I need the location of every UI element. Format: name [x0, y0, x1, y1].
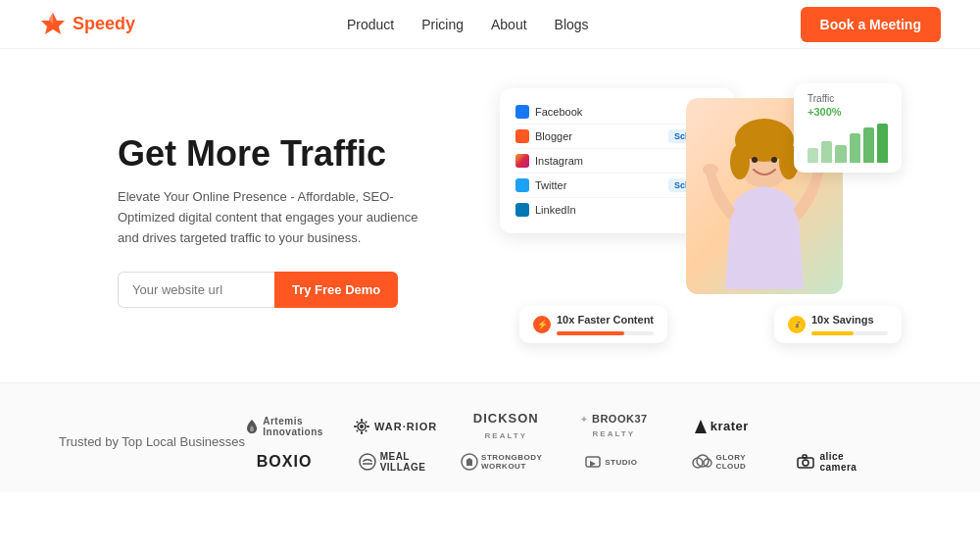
svg-rect-16 [365, 421, 368, 424]
traffic-bar-chart [808, 124, 888, 163]
svg-rect-13 [367, 426, 369, 427]
warrior-gear-icon [353, 418, 370, 435]
dickson-text: DICKSONREALTY [473, 411, 539, 441]
logos-row-2: BOXIO MEALVILLAGE STRONGBODYWORKOUT [245, 451, 921, 473]
brook37-text: ✦ BROOK37REALTY [580, 413, 648, 438]
savings-label: 10x Savings [811, 314, 874, 326]
nav-product[interactable]: Product [347, 17, 394, 32]
svg-rect-11 [361, 431, 363, 434]
alice-camera-logo: alicecamera [787, 451, 865, 473]
linkedin-label: LinkedIn [535, 204, 576, 216]
bar-2 [821, 141, 832, 163]
instagram-icon [515, 154, 529, 168]
warrior-logo: WAR·RIOR [353, 418, 437, 435]
faster-label: 10x Faster Content [557, 314, 654, 326]
savings-badge: 💰 10x Savings [774, 306, 902, 343]
blogger-label: Blogger [535, 130, 572, 142]
studioavid-icon [584, 453, 602, 471]
svg-point-4 [752, 157, 758, 163]
krater-logo: krater [682, 419, 760, 433]
bar-4 [850, 133, 860, 163]
brook37-logo: ✦ BROOK37REALTY [574, 413, 653, 438]
logos-grid: ArtemisInnovations W [245, 411, 921, 473]
faster-icon: ⚡ [533, 316, 551, 333]
twitter-label: Twitter [535, 179, 566, 191]
svg-point-6 [703, 164, 718, 176]
hero-right: Facebook Post Blogger Schedule Instagram… [490, 78, 902, 363]
glorycloud-logo: GLORYCLOUD [679, 453, 758, 472]
blogger-icon [515, 129, 529, 143]
logo[interactable]: Speedy [39, 11, 135, 38]
linkedin-icon [515, 203, 529, 217]
nav-about[interactable]: About [491, 17, 527, 32]
logos-label: Trusted by Top Local Businesses [59, 434, 245, 449]
meal-village-icon [359, 453, 376, 471]
facebook-icon [515, 105, 529, 119]
warrior-text: WAR·RIOR [374, 421, 437, 432]
glorycloud-text: GLORYCLOUD [715, 453, 746, 472]
studioavid-logo: STUDIO [571, 453, 650, 471]
svg-rect-12 [354, 426, 357, 427]
bar-5 [863, 127, 874, 163]
meal-village-logo: MEALVILLAGE [353, 451, 431, 473]
faster-bar [557, 331, 624, 335]
savings-bar [811, 331, 854, 335]
hero-section: Get More Traffic Elevate Your Online Pre… [0, 49, 980, 382]
strongbody-text: STRONGBODYWORKOUT [481, 453, 542, 472]
svg-point-19 [360, 454, 375, 470]
hero-input-row: Try Free Demo [118, 272, 431, 308]
logos-section: Trusted by Top Local Businesses ArtemisI… [0, 382, 980, 492]
svg-rect-15 [365, 429, 368, 432]
savings-icon: 💰 [788, 316, 806, 333]
svg-rect-10 [361, 419, 363, 422]
svg-point-2 [730, 144, 750, 179]
logo-icon [39, 11, 67, 38]
alice-camera-icon [796, 454, 815, 470]
svg-rect-17 [356, 429, 359, 432]
hero-subtitle: Elevate Your Online Presence - Affordabl… [118, 187, 431, 248]
boxio-text: BOXIO [257, 453, 313, 471]
twitter-icon [515, 178, 529, 192]
hero-left: Get More Traffic Elevate Your Online Pre… [118, 133, 431, 309]
instagram-label: Instagram [535, 155, 583, 167]
nav-links: Product Pricing About Blogs [347, 17, 589, 32]
krater-text: krater [710, 419, 749, 433]
svg-point-9 [360, 425, 364, 428]
dickson-logo: DICKSONREALTY [466, 411, 545, 441]
traffic-card: Traffic +300% [794, 83, 902, 173]
savings-bar-container [811, 331, 888, 335]
facebook-label: Facebook [535, 106, 582, 118]
studioavid-text: STUDIO [605, 458, 637, 467]
logos-row-1: ArtemisInnovations W [245, 411, 921, 441]
svg-point-27 [803, 460, 808, 466]
logos-inner: Trusted by Top Local Businesses ArtemisI… [59, 411, 921, 473]
svg-point-5 [771, 157, 777, 163]
krater-triangle-icon [695, 420, 707, 433]
glorycloud-icon [691, 454, 712, 470]
nav-pricing[interactable]: Pricing [421, 17, 464, 32]
navbar: Speedy Product Pricing About Blogs Book … [0, 0, 980, 49]
bar-1 [808, 148, 818, 163]
hero-title: Get More Traffic [118, 133, 431, 174]
boxio-logo: BOXIO [245, 453, 323, 471]
book-meeting-button[interactable]: Book a Meeting [801, 7, 941, 42]
faster-content-badge: ⚡ 10x Faster Content [519, 306, 667, 343]
artemis-text: ArtemisInnovations [263, 416, 323, 437]
try-free-demo-button[interactable]: Try Free Demo [274, 272, 398, 308]
bar-3 [835, 145, 846, 163]
strongbody-icon [461, 453, 478, 471]
traffic-percent: +300% [808, 106, 888, 118]
svg-rect-28 [803, 455, 807, 458]
strongbody-logo: STRONGBODYWORKOUT [461, 453, 542, 472]
website-url-input[interactable] [118, 272, 274, 308]
alice-camera-text: alicecamera [819, 451, 857, 473]
traffic-title: Traffic [808, 93, 888, 104]
faster-bar-container [557, 331, 654, 335]
nav-blogs[interactable]: Blogs [555, 17, 589, 32]
meal-village-text: MEALVILLAGE [380, 451, 426, 473]
artemis-flame-icon [245, 419, 259, 434]
logo-text: Speedy [73, 14, 135, 34]
svg-rect-14 [356, 421, 359, 424]
svg-marker-18 [695, 420, 707, 433]
bar-6 [877, 124, 888, 163]
